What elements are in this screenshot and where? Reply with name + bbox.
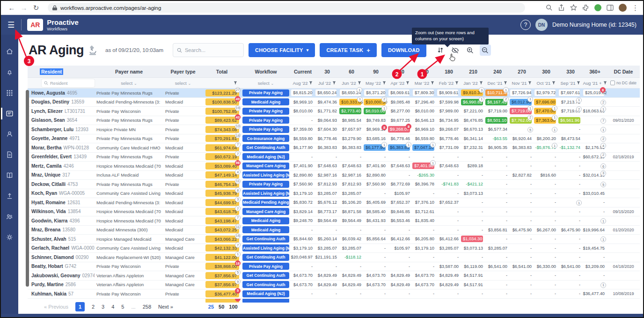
workflow-badge[interactable]: Managed Care Aging	[242, 163, 289, 170]
aging-amount-cell[interactable]: -	[412, 289, 437, 298]
back-icon[interactable]: ←	[6, 4, 18, 12]
aging-amount-cell[interactable]: -	[558, 281, 583, 289]
aging-amount-cell[interactable]: -	[534, 271, 558, 280]
aging-amount-cell[interactable]: $7,719.00	[485, 107, 510, 116]
table-row[interactable]: Goodwin, Kiarra4396Hospice Minnesota Med…	[28, 216, 640, 226]
filter-210[interactable]: Jan '22	[461, 78, 485, 88]
filter-30[interactable]: Jul '22	[315, 78, 339, 88]
aging-amount-cell[interactable]: $6,734.95	[437, 116, 461, 125]
filter-120[interactable]: Apr '22	[388, 78, 412, 88]
aging-amount-cell[interactable]: $7,657.97	[339, 125, 364, 134]
pagination-page-4[interactable]: 4	[111, 304, 114, 310]
column-filter-icon[interactable]	[309, 81, 313, 86]
aging-amount-cell[interactable]: $8,473.54	[558, 134, 583, 143]
aging-amount-cell[interactable]: -	[558, 125, 583, 134]
aging-amount-cell[interactable]: $8,815.20	[291, 89, 315, 97]
aging-amount-cell[interactable]: $3,209.00	[583, 262, 607, 271]
column-header-90[interactable]: 90	[364, 66, 388, 77]
total-amount-badge[interactable]: $45,938.798	[205, 190, 239, 197]
aging-amount-cell[interactable]: -	[412, 226, 437, 235]
column-filter-icon[interactable]	[382, 81, 386, 86]
filter-270[interactable]: Nov '21	[510, 78, 534, 88]
pagination-page-258[interactable]: 258	[143, 304, 151, 310]
aging-amount-cell[interactable]: $6,383.83	[339, 143, 364, 152]
aging-amount-cell[interactable]: $2,890.80	[291, 171, 315, 180]
table-row[interactable]: Kuhlman, Nakia57Private Pay WisconsinPri…	[28, 289, 640, 299]
aging-amount-cell[interactable]: $6,341.14	[461, 134, 485, 143]
total-amount-badge[interactable]: $36,477.405	[205, 290, 239, 297]
workflow-badge[interactable]: Assisted Living Aging (Managed)	[242, 190, 289, 197]
aging-amount-cell[interactable]: -	[412, 262, 437, 271]
aging-amount-cell[interactable]: $6,412.66	[437, 235, 461, 244]
aging-amount-cell[interactable]: $105.97	[388, 189, 412, 198]
aging-amount-cell[interactable]: -	[510, 281, 534, 289]
aging-amount-cell[interactable]: -	[291, 289, 315, 298]
aging-amount-cell[interactable]: -	[291, 153, 315, 162]
aging-amount-cell[interactable]: $289.18	[461, 162, 485, 170]
aging-amount-cell[interactable]: -	[558, 244, 583, 253]
aging-amount-cell[interactable]: 1	[583, 281, 607, 289]
aging-amount-cell[interactable]: -	[437, 153, 461, 162]
aging-amount-cell[interactable]: $10,000.502	[364, 98, 388, 107]
workflow-badge[interactable]: Private Pay Aging	[242, 108, 289, 115]
aging-amount-cell[interactable]: $6,553.46	[388, 216, 412, 225]
column-header-360[interactable]: 360+	[583, 66, 607, 77]
total-amount-badge[interactable]: $89,423.6243	[205, 117, 239, 124]
aging-amount-cell[interactable]: -	[315, 226, 339, 235]
table-row[interactable]: Jakubowski, Geovany02974Veteran Affairs …	[28, 271, 640, 281]
column-filter-icon[interactable]	[332, 81, 336, 86]
select-dropdown[interactable]: select⌄	[258, 81, 274, 86]
aging-amount-cell[interactable]: $4,673.70	[412, 281, 437, 289]
aging-amount-cell[interactable]: -	[461, 253, 485, 262]
pagination-page-3[interactable]: 3	[102, 304, 104, 310]
aging-amount-cell[interactable]: $3,279.90	[339, 134, 364, 143]
column-filter-icon[interactable]	[358, 81, 361, 86]
aging-amount-cell[interactable]: -$1,132.74	[558, 143, 583, 152]
aging-amount-cell[interactable]: -	[437, 289, 461, 298]
aging-amount-cell[interactable]: $5,676.12	[315, 198, 339, 207]
column-filter-icon[interactable]	[577, 81, 580, 86]
aging-amount-cell[interactable]: $6,431.93	[364, 216, 388, 225]
aging-amount-cell[interactable]: 1	[583, 216, 607, 225]
aging-amount-cell[interactable]: $6,559.80	[291, 134, 315, 143]
aging-amount-cell[interactable]: 6	[583, 162, 607, 170]
aging-amount-cell[interactable]: -	[534, 153, 558, 162]
column-header-270[interactable]: 270	[510, 66, 534, 77]
create-task-button[interactable]: CREATE TASK+	[320, 43, 377, 57]
filter-dc-date[interactable]: no DC date	[607, 78, 640, 88]
aging-amount-cell[interactable]: 1	[534, 125, 558, 134]
aging-amount-cell[interactable]: $8,501.10	[485, 116, 510, 125]
aging-amount-cell[interactable]: $9,248.70	[291, 216, 315, 225]
aging-amount-cell[interactable]: $6,541.00	[510, 262, 534, 271]
aging-amount-cell[interactable]: -	[315, 262, 339, 271]
total-amount-badge[interactable]: $44,699.573	[205, 199, 239, 206]
aging-amount-cell[interactable]: 2	[583, 134, 607, 143]
aging-amount-cell[interactable]: $6,990.821	[461, 98, 485, 107]
filter-150[interactable]: Mar '22	[412, 78, 437, 88]
column-filter-icon[interactable]	[479, 81, 483, 86]
aging-amount-cell[interactable]: -	[583, 253, 607, 262]
aging-amount-cell[interactable]: $8,969.108	[364, 125, 388, 134]
extension-avatar-icon[interactable]	[594, 4, 601, 11]
filter-workflow[interactable]: select⌄	[241, 78, 291, 88]
aging-amount-cell[interactable]: -	[510, 244, 534, 253]
aging-amount-cell[interactable]: -	[388, 253, 412, 262]
workflow-badge[interactable]: Private Pay Aging	[242, 117, 289, 124]
aging-amount-cell[interactable]: $7,989.00	[437, 107, 461, 116]
aging-amount-cell[interactable]: -	[461, 207, 485, 216]
column-header-240[interactable]: 240	[485, 66, 510, 77]
column-filter-icon[interactable]	[504, 81, 507, 86]
column-header-payer-type[interactable]: Payer type	[163, 66, 203, 77]
download-button[interactable]: DOWNLOAD	[381, 43, 426, 57]
aging-amount-cell[interactable]: -	[412, 153, 437, 162]
column-header-current[interactable]: Current	[291, 66, 315, 77]
table-row[interactable]: Howe, Augusta4695Private Pay Minnesota R…	[28, 89, 640, 98]
column-filter-icon[interactable]	[455, 81, 459, 86]
aging-amount-cell[interactable]: -	[558, 253, 583, 262]
aging-amount-cell[interactable]: $7,812.93	[339, 180, 364, 189]
pagination-previous[interactable]: « Previous	[44, 304, 68, 310]
aging-amount-cell[interactable]: $7,697.61	[558, 89, 583, 97]
table-row[interactable]: Deckow, Citlalli4753Private Pay Minnesot…	[28, 180, 640, 189]
aging-amount-cell[interactable]: -	[437, 207, 461, 216]
aging-amount-cell[interactable]: $6,475.90	[558, 226, 583, 235]
